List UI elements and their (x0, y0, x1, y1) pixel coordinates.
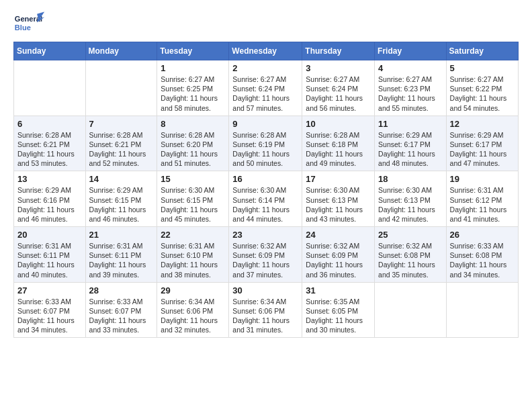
day-number: 2 (232, 63, 298, 73)
day-number: 26 (450, 230, 515, 240)
calendar-header-row: SundayMondayTuesdayWednesdayThursdayFrid… (14, 42, 519, 60)
calendar-cell: 17Sunrise: 6:30 AMSunset: 6:13 PMDayligh… (302, 171, 375, 227)
calendar-week-row: 13Sunrise: 6:29 AMSunset: 6:16 PMDayligh… (14, 171, 519, 227)
day-number: 27 (17, 285, 82, 295)
calendar-cell: 6Sunrise: 6:28 AMSunset: 6:21 PMDaylight… (14, 116, 86, 171)
calendar-cell: 30Sunrise: 6:34 AMSunset: 6:06 PMDayligh… (229, 282, 302, 338)
day-number: 14 (89, 174, 154, 184)
day-info: Sunrise: 6:29 AMSunset: 6:17 PMDaylight:… (378, 130, 443, 169)
calendar-cell (375, 282, 447, 338)
page: General Blue SundayMondayTuesdayWednesda… (0, 0, 532, 411)
day-number: 20 (17, 230, 82, 240)
day-info: Sunrise: 6:32 AMSunset: 6:08 PMDaylight:… (378, 241, 443, 279)
calendar-cell: 29Sunrise: 6:34 AMSunset: 6:06 PMDayligh… (157, 282, 229, 338)
day-number: 29 (161, 285, 225, 295)
calendar-cell (446, 282, 518, 338)
day-number: 31 (306, 285, 371, 295)
calendar-cell: 22Sunrise: 6:31 AMSunset: 6:10 PMDayligh… (157, 227, 229, 283)
calendar-cell: 2Sunrise: 6:27 AMSunset: 6:24 PMDaylight… (229, 60, 302, 116)
day-info: Sunrise: 6:27 AMSunset: 6:24 PMDaylight:… (306, 75, 371, 113)
day-of-week-header: Wednesday (229, 42, 302, 60)
day-number: 5 (450, 63, 515, 73)
svg-text:Blue: Blue (15, 24, 31, 32)
day-info: Sunrise: 6:32 AMSunset: 6:09 PMDaylight:… (232, 241, 298, 279)
day-number: 11 (378, 119, 443, 129)
calendar-cell (14, 60, 86, 116)
day-info: Sunrise: 6:28 AMSunset: 6:21 PMDaylight:… (89, 130, 154, 169)
day-number: 17 (306, 174, 371, 184)
day-number: 7 (89, 119, 154, 129)
calendar-cell: 18Sunrise: 6:30 AMSunset: 6:13 PMDayligh… (375, 171, 447, 227)
calendar-cell: 16Sunrise: 6:30 AMSunset: 6:14 PMDayligh… (229, 171, 302, 227)
day-number: 15 (161, 174, 225, 184)
calendar-cell: 5Sunrise: 6:27 AMSunset: 6:22 PMDaylight… (446, 60, 518, 116)
day-number: 10 (306, 119, 371, 129)
calendar-cell: 8Sunrise: 6:28 AMSunset: 6:20 PMDaylight… (157, 116, 229, 171)
day-of-week-header: Sunday (14, 42, 86, 60)
day-number: 12 (450, 119, 515, 129)
calendar-cell: 27Sunrise: 6:33 AMSunset: 6:07 PMDayligh… (14, 282, 86, 338)
day-info: Sunrise: 6:33 AMSunset: 6:08 PMDaylight:… (450, 241, 515, 279)
day-info: Sunrise: 6:31 AMSunset: 6:10 PMDaylight:… (161, 241, 225, 279)
day-of-week-header: Friday (375, 42, 447, 60)
calendar-cell: 28Sunrise: 6:33 AMSunset: 6:07 PMDayligh… (85, 282, 157, 338)
day-number: 22 (161, 230, 225, 240)
day-info: Sunrise: 6:28 AMSunset: 6:21 PMDaylight:… (17, 130, 82, 169)
day-number: 16 (232, 174, 298, 184)
day-info: Sunrise: 6:31 AMSunset: 6:11 PMDaylight:… (17, 241, 82, 279)
day-number: 4 (378, 63, 443, 73)
calendar-cell: 9Sunrise: 6:28 AMSunset: 6:19 PMDaylight… (229, 116, 302, 171)
calendar-cell: 10Sunrise: 6:28 AMSunset: 6:18 PMDayligh… (302, 116, 375, 171)
day-info: Sunrise: 6:28 AMSunset: 6:20 PMDaylight:… (161, 130, 225, 169)
day-number: 23 (232, 230, 298, 240)
header: General Blue (13, 11, 519, 36)
day-info: Sunrise: 6:35 AMSunset: 6:05 PMDaylight:… (306, 297, 371, 335)
day-info: Sunrise: 6:27 AMSunset: 6:22 PMDaylight:… (450, 75, 515, 113)
calendar-cell: 11Sunrise: 6:29 AMSunset: 6:17 PMDayligh… (375, 116, 447, 171)
day-info: Sunrise: 6:27 AMSunset: 6:25 PMDaylight:… (161, 75, 225, 113)
day-info: Sunrise: 6:31 AMSunset: 6:12 PMDaylight:… (450, 185, 515, 224)
calendar-cell: 15Sunrise: 6:30 AMSunset: 6:15 PMDayligh… (157, 171, 229, 227)
calendar-week-row: 20Sunrise: 6:31 AMSunset: 6:11 PMDayligh… (14, 227, 519, 283)
calendar-cell: 24Sunrise: 6:32 AMSunset: 6:09 PMDayligh… (302, 227, 375, 283)
day-number: 13 (17, 174, 82, 184)
calendar-table: SundayMondayTuesdayWednesdayThursdayFrid… (13, 42, 519, 338)
day-of-week-header: Saturday (446, 42, 518, 60)
calendar-week-row: 6Sunrise: 6:28 AMSunset: 6:21 PMDaylight… (14, 116, 519, 171)
logo: General Blue (13, 11, 46, 36)
day-info: Sunrise: 6:31 AMSunset: 6:11 PMDaylight:… (89, 241, 154, 279)
day-number: 6 (17, 119, 82, 129)
day-number: 1 (161, 63, 225, 73)
day-info: Sunrise: 6:32 AMSunset: 6:09 PMDaylight:… (306, 241, 371, 279)
day-info: Sunrise: 6:29 AMSunset: 6:15 PMDaylight:… (89, 185, 154, 224)
day-number: 18 (378, 174, 443, 184)
day-of-week-header: Monday (85, 42, 157, 60)
calendar-cell: 3Sunrise: 6:27 AMSunset: 6:24 PMDaylight… (302, 60, 375, 116)
day-number: 21 (89, 230, 154, 240)
calendar-cell: 7Sunrise: 6:28 AMSunset: 6:21 PMDaylight… (85, 116, 157, 171)
day-info: Sunrise: 6:34 AMSunset: 6:06 PMDaylight:… (161, 297, 225, 335)
day-number: 19 (450, 174, 515, 184)
day-of-week-header: Thursday (302, 42, 375, 60)
day-info: Sunrise: 6:33 AMSunset: 6:07 PMDaylight:… (17, 297, 82, 335)
calendar-cell: 4Sunrise: 6:27 AMSunset: 6:23 PMDaylight… (375, 60, 447, 116)
day-info: Sunrise: 6:28 AMSunset: 6:19 PMDaylight:… (232, 130, 298, 169)
day-of-week-header: Tuesday (157, 42, 229, 60)
calendar-cell: 21Sunrise: 6:31 AMSunset: 6:11 PMDayligh… (85, 227, 157, 283)
calendar-cell: 31Sunrise: 6:35 AMSunset: 6:05 PMDayligh… (302, 282, 375, 338)
day-info: Sunrise: 6:29 AMSunset: 6:17 PMDaylight:… (450, 130, 515, 169)
calendar-cell: 1Sunrise: 6:27 AMSunset: 6:25 PMDaylight… (157, 60, 229, 116)
logo-svg: General Blue (13, 11, 46, 36)
day-number: 28 (89, 285, 154, 295)
day-number: 3 (306, 63, 371, 73)
calendar-week-row: 27Sunrise: 6:33 AMSunset: 6:07 PMDayligh… (14, 282, 519, 338)
day-number: 8 (161, 119, 225, 129)
calendar-cell: 13Sunrise: 6:29 AMSunset: 6:16 PMDayligh… (14, 171, 86, 227)
calendar-cell: 26Sunrise: 6:33 AMSunset: 6:08 PMDayligh… (446, 227, 518, 283)
day-info: Sunrise: 6:30 AMSunset: 6:13 PMDaylight:… (378, 185, 443, 224)
calendar-cell (85, 60, 157, 116)
day-number: 30 (232, 285, 298, 295)
day-info: Sunrise: 6:30 AMSunset: 6:15 PMDaylight:… (161, 185, 225, 224)
day-info: Sunrise: 6:30 AMSunset: 6:14 PMDaylight:… (232, 185, 298, 224)
day-info: Sunrise: 6:34 AMSunset: 6:06 PMDaylight:… (232, 297, 298, 335)
